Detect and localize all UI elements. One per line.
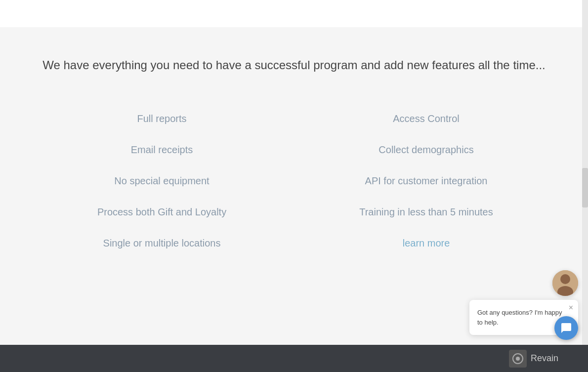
feature-collect-demographics: Collect demographics (304, 134, 548, 165)
feature-training: Training in less than 5 minutes (304, 197, 548, 228)
feature-single-multiple-locations: Single or multiple locations (40, 228, 284, 259)
feature-api-integration: API for customer integration (304, 165, 548, 197)
feature-gift-loyalty: Process both Gift and Loyalty (40, 197, 284, 228)
scrollbar-track (582, 0, 588, 372)
svg-point-4 (516, 357, 520, 361)
feature-full-reports: Full reports (40, 103, 284, 134)
close-icon[interactable]: × (569, 304, 573, 312)
features-right-column: Access Control Collect demographics API … (304, 103, 548, 259)
footer-logo: Revain (509, 350, 558, 368)
revain-logo-icon (509, 350, 527, 368)
features-grid: Full reports Email receipts No special e… (40, 103, 548, 259)
svg-point-1 (560, 274, 570, 284)
feature-no-special-equipment: No special equipment (40, 165, 284, 197)
learn-more-link[interactable]: learn more (304, 228, 548, 259)
headline: We have everything you need to have a su… (40, 57, 548, 74)
scrollbar-thumb[interactable] (582, 168, 588, 207)
feature-access-control: Access Control (304, 103, 548, 134)
revain-logo-text: Revain (531, 353, 558, 364)
footer-bar: Revain (0, 345, 588, 372)
chat-avatar (552, 270, 578, 296)
features-left-column: Full reports Email receipts No special e… (40, 103, 284, 259)
main-content: We have everything you need to have a su… (0, 27, 588, 279)
chat-open-button[interactable] (554, 316, 578, 340)
top-bar (0, 0, 588, 27)
feature-email-receipts: Email receipts (40, 134, 284, 165)
